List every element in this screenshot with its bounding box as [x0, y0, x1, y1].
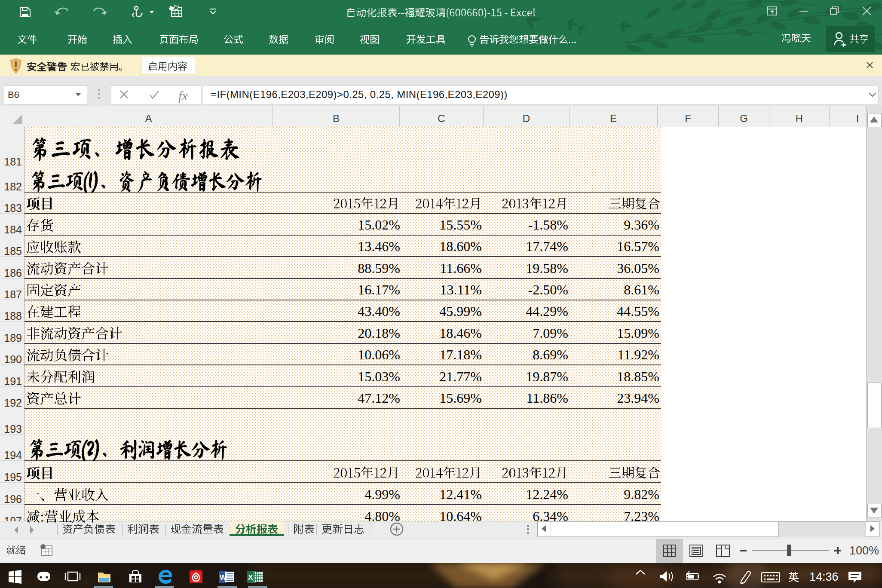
svg-text:fx: fx — [178, 89, 188, 103]
